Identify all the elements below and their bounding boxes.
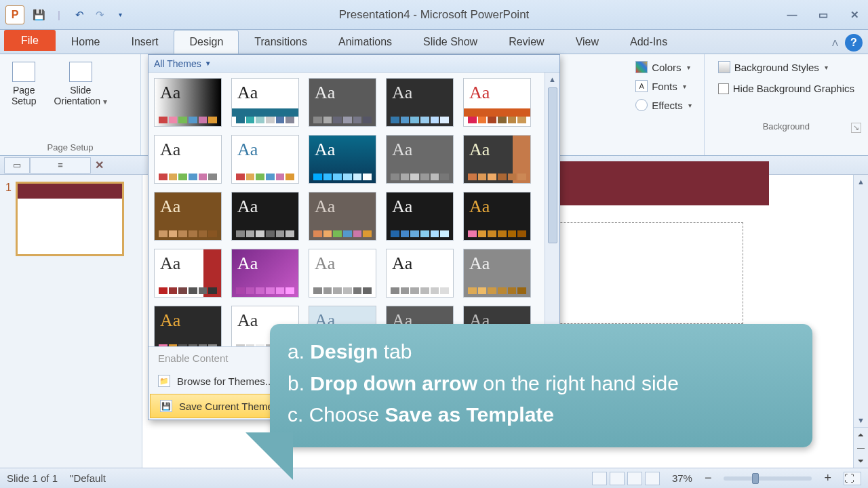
fonts-label: Fonts xyxy=(652,81,677,92)
dialog-launcher-icon[interactable]: ↘ xyxy=(851,123,861,133)
theme-thumb[interactable]: Aa xyxy=(309,192,376,241)
tab-review[interactable]: Review xyxy=(493,30,559,54)
window-controls: — ▭ ✕ xyxy=(784,8,863,22)
tab-home[interactable]: Home xyxy=(56,30,116,54)
themes-scrollbar[interactable]: ▲ ▼ xyxy=(545,73,559,346)
colors-label: Colors xyxy=(652,62,681,73)
prev-slide-icon[interactable]: ⏶ xyxy=(857,430,865,439)
theme-thumb[interactable]: Aa xyxy=(386,192,454,241)
maximize-button[interactable]: ▭ xyxy=(815,8,831,22)
save-theme-icon: 💾 xyxy=(160,400,172,412)
theme-thumb[interactable]: Aa xyxy=(463,192,531,241)
zoom-out-icon[interactable]: − xyxy=(705,471,712,485)
checkbox-icon xyxy=(718,83,729,94)
fonts-icon: A xyxy=(635,80,648,92)
colors-button[interactable]: Colors▾ xyxy=(633,60,694,75)
folder-icon: 📁 xyxy=(158,375,170,387)
hide-bg-label: Hide Background Graphics xyxy=(733,83,854,94)
background-styles-button[interactable]: Background Styles▾ xyxy=(715,60,857,75)
tab-slideshow[interactable]: Slide Show xyxy=(408,30,493,54)
page-setup-button[interactable]: Page Setup xyxy=(7,58,41,110)
fit-to-window-icon[interactable]: ⛶ xyxy=(844,472,861,485)
group-label-page-setup: Page Setup xyxy=(7,142,134,154)
theme-thumb[interactable]: Aa xyxy=(309,78,376,127)
sorter-view-icon[interactable] xyxy=(610,472,625,485)
close-pane-icon[interactable]: ✕ xyxy=(95,159,104,171)
slide-thumbnails-pane: 1 xyxy=(0,175,142,468)
theme-thumb[interactable]: Aa xyxy=(463,135,531,184)
instruction-callout: a. Design tab b. Drop down arrow on the … xyxy=(270,324,812,447)
close-button[interactable]: ✕ xyxy=(846,8,863,22)
theme-thumb[interactable]: Aa xyxy=(386,249,454,298)
scroll-up-icon[interactable]: ▲ xyxy=(545,73,559,86)
theme-thumb[interactable]: Aa xyxy=(231,135,299,184)
callout-line-c: c. Choose Save as Template xyxy=(288,399,795,431)
help-button[interactable]: ? xyxy=(845,34,863,52)
window-title: Presentation4 - Microsoft PowerPoint xyxy=(339,8,530,22)
tab-file[interactable]: File xyxy=(4,30,56,51)
effects-icon xyxy=(635,99,648,111)
redo-icon[interactable]: ↷ xyxy=(92,7,107,22)
theme-thumb[interactable]: Aa xyxy=(231,192,299,241)
qat-more-icon[interactable]: ▾ xyxy=(113,7,127,22)
theme-thumb[interactable]: Aa xyxy=(154,135,222,184)
effects-button[interactable]: Effects▾ xyxy=(633,98,694,113)
quick-access-toolbar: 💾 | ↶ ↷ ▾ xyxy=(31,7,127,22)
theme-thumb[interactable]: Aa xyxy=(309,135,376,184)
slides-tab[interactable]: ≡ xyxy=(30,157,91,174)
vertical-scrollbar[interactable]: ▲ ▼ ⏶ — ⏷ xyxy=(853,175,868,468)
slide-mini-preview xyxy=(16,182,124,256)
slide-nav-buttons: ⏶ — ⏷ xyxy=(854,427,868,468)
theme-thumb[interactable]: Aa xyxy=(231,78,299,127)
theme-thumb[interactable]: Aa xyxy=(154,249,222,298)
ribbon-tabs: File Home Insert Design Transitions Anim… xyxy=(0,30,868,54)
normal-view-icon[interactable] xyxy=(592,472,607,485)
next-slide-icon[interactable]: ⏷ xyxy=(857,457,865,465)
slide-orientation-button[interactable]: Slide Orientation ▾ xyxy=(50,58,112,110)
save-theme-label: Save Current Theme... xyxy=(179,401,281,412)
fonts-button[interactable]: AFonts▾ xyxy=(633,79,694,94)
orientation-icon xyxy=(69,62,92,82)
tab-transitions[interactable]: Transitions xyxy=(239,30,323,54)
scroll-down-icon[interactable]: ▼ xyxy=(854,413,868,427)
theme-thumb[interactable]: Aa xyxy=(386,78,454,127)
colors-icon xyxy=(635,61,648,73)
tab-addins[interactable]: Add-Ins xyxy=(614,30,683,54)
slide-nav-sep: — xyxy=(857,443,865,451)
zoom-in-icon[interactable]: + xyxy=(824,471,831,485)
tab-design[interactable]: Design xyxy=(174,30,239,54)
scroll-thumb[interactable] xyxy=(548,87,557,243)
collapse-ribbon-icon[interactable]: ᐱ xyxy=(832,38,838,48)
themes-filter-label: All Themes xyxy=(154,58,201,69)
tab-view[interactable]: View xyxy=(560,30,614,54)
theme-thumb[interactable]: Aa xyxy=(154,78,222,127)
reading-view-icon[interactable] xyxy=(627,472,642,485)
theme-thumb[interactable]: Aa xyxy=(231,249,299,298)
theme-thumb[interactable]: Aa xyxy=(463,249,531,298)
group-page-setup: Page Setup Slide Orientation ▾ Page Setu… xyxy=(0,54,141,155)
zoom-percent[interactable]: 37% xyxy=(672,472,692,484)
theme-thumb[interactable]: Aa xyxy=(154,306,222,346)
zoom-slider[interactable] xyxy=(724,476,812,481)
tab-insert[interactable]: Insert xyxy=(115,30,174,54)
slideshow-view-icon[interactable] xyxy=(645,472,660,485)
theme-thumb[interactable]: Aa xyxy=(154,192,222,241)
status-slide-count: Slide 1 of 1 xyxy=(7,472,58,484)
group-label-background: Background↘ xyxy=(715,121,857,133)
themes-filter-dropdown[interactable]: All Themes ▼ xyxy=(149,55,559,73)
theme-thumb[interactable]: Aa xyxy=(463,78,531,127)
scroll-up-icon[interactable]: ▲ xyxy=(854,175,868,188)
tab-animations[interactable]: Animations xyxy=(323,30,408,54)
slide-thumb-1[interactable]: 1 xyxy=(5,182,136,256)
app-icon: P xyxy=(5,5,24,24)
status-bar: Slide 1 of 1 "Default 37% − + ⛶ xyxy=(0,468,868,488)
undo-icon[interactable]: ↶ xyxy=(72,7,87,22)
hide-bg-graphics-checkbox[interactable]: Hide Background Graphics xyxy=(715,81,857,96)
theme-thumb[interactable]: Aa xyxy=(309,249,376,298)
outline-tab[interactable]: ▭ xyxy=(4,157,30,174)
status-theme: "Default xyxy=(70,472,106,484)
save-icon[interactable]: 💾 xyxy=(31,7,46,22)
view-shortcuts xyxy=(592,472,660,485)
theme-thumb[interactable]: Aa xyxy=(386,135,454,184)
minimize-button[interactable]: — xyxy=(784,8,800,22)
